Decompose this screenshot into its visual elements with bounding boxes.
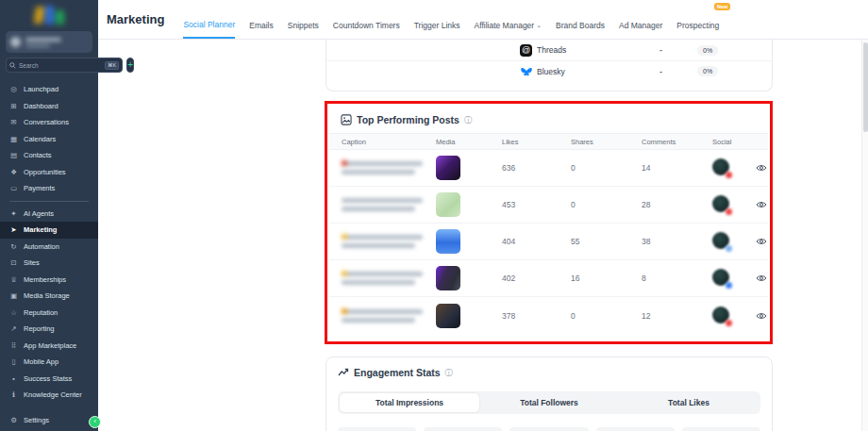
tab-ad-manager[interactable]: Ad Manager bbox=[619, 0, 662, 39]
logo-shape bbox=[33, 7, 44, 24]
threads-icon: @ bbox=[520, 44, 532, 57]
eye-icon bbox=[756, 310, 767, 322]
sidebar-item-label: Payments bbox=[24, 184, 55, 192]
view-post-button[interactable] bbox=[756, 273, 768, 284]
sidebar: ⌘K + ◎ Launchpad ⊞ Dashboard ✉ Conversat… bbox=[0, 0, 98, 431]
success-stats-icon: ▪ bbox=[9, 374, 18, 383]
sidebar-item-label: App Marketplace bbox=[24, 341, 76, 350]
post-media-thumbnail[interactable] bbox=[436, 229, 460, 254]
tab-social-planner[interactable]: Social Planner bbox=[183, 0, 235, 39]
sidebar-item-label: Contacts bbox=[24, 151, 52, 159]
page-title: Marketing bbox=[107, 12, 164, 26]
sidebar-item-reporting[interactable]: ↗ Reporting bbox=[0, 321, 98, 338]
view-post-button[interactable] bbox=[756, 162, 768, 174]
sidebar-item-dashboard[interactable]: ⊞ Dashboard bbox=[0, 98, 98, 115]
sidebar-item-media-storage[interactable]: ▣ Media Storage bbox=[0, 288, 98, 305]
search-input[interactable] bbox=[19, 62, 102, 69]
sidebar-item-success-statss[interactable]: ▪ Success Statss bbox=[0, 371, 98, 388]
view-post-button[interactable] bbox=[756, 236, 768, 247]
sidebar-item-label: AI Agents bbox=[24, 209, 54, 218]
top-header: Marketing Social Planner Emails Snippets… bbox=[98, 0, 868, 40]
likes-value: 378 bbox=[502, 311, 571, 321]
tab-trigger-links[interactable]: Trigger Links bbox=[414, 0, 460, 39]
sidebar-item-label: Automation bbox=[24, 242, 59, 251]
sites-icon: ⊡ bbox=[9, 258, 18, 267]
platform-stats-card: @ Threads - 0% Bluesky - 0% bbox=[326, 40, 773, 91]
account-avatar bbox=[10, 37, 21, 47]
tab-snippets[interactable]: Snippets bbox=[288, 0, 319, 39]
highlight-rectangle: Top Performing Posts ⓘ Caption Media Lik… bbox=[325, 101, 773, 344]
info-icon[interactable]: ⓘ bbox=[464, 115, 472, 125]
shares-value: 0 bbox=[571, 200, 642, 209]
tab-total-followers[interactable]: Total Followers bbox=[479, 393, 619, 412]
view-post-button[interactable] bbox=[756, 310, 768, 322]
sidebar-item-payments[interactable]: ▭ Payments bbox=[0, 180, 98, 197]
sidebar-item-label: Knowledge Center bbox=[24, 390, 82, 399]
post-media-thumbnail[interactable] bbox=[436, 192, 460, 217]
column-header-media: Media bbox=[436, 138, 502, 146]
post-caption-blurred bbox=[342, 161, 436, 174]
likes-value: 453 bbox=[502, 200, 571, 209]
tab-affiliate-manager[interactable]: Affiliate Manager ⌄ bbox=[475, 0, 542, 39]
view-post-button[interactable] bbox=[756, 199, 768, 210]
sidebar-search[interactable]: ⌘K bbox=[6, 58, 123, 73]
sidebar-item-contacts[interactable]: ▤ Contacts bbox=[0, 147, 98, 164]
post-caption-blurred bbox=[342, 198, 436, 211]
quick-add-button[interactable]: + bbox=[126, 58, 134, 73]
sidebar-item-memberships[interactable]: ♕ Memberships bbox=[0, 272, 98, 289]
account-switcher[interactable] bbox=[6, 31, 92, 53]
platform-value: - bbox=[659, 67, 697, 76]
tab-brand-boards[interactable]: Brand Boards bbox=[556, 0, 605, 39]
new-badge: New bbox=[714, 3, 730, 10]
social-account-avatar bbox=[712, 307, 731, 325]
contacts-icon: ▤ bbox=[9, 151, 18, 159]
sidebar-item-launchpad[interactable]: ◎ Launchpad bbox=[0, 81, 98, 98]
memberships-icon: ♕ bbox=[9, 275, 18, 284]
chevron-down-icon: ⌄ bbox=[536, 22, 542, 29]
sidebar-item-conversations[interactable]: ✉ Conversations bbox=[0, 114, 98, 131]
post-media-thumbnail[interactable] bbox=[436, 266, 460, 290]
sidebar-item-label: Reputation bbox=[24, 308, 58, 317]
column-header-shares: Shares bbox=[571, 138, 642, 146]
sidebar-item-marketing[interactable]: ➤ Marketing bbox=[0, 222, 98, 239]
payments-icon: ▭ bbox=[9, 184, 18, 192]
social-platform-badge bbox=[726, 208, 732, 215]
tab-total-impressions[interactable]: Total Impressions bbox=[340, 393, 479, 412]
tab-emails[interactable]: Emails bbox=[249, 0, 274, 39]
card-title: Top Performing Posts bbox=[357, 114, 459, 125]
tab-total-likes[interactable]: Total Likes bbox=[619, 393, 759, 412]
post-media-thumbnail[interactable] bbox=[436, 304, 460, 328]
tab-countdown-timers[interactable]: Countdown Timers bbox=[333, 0, 400, 39]
logo-shape bbox=[45, 6, 54, 25]
vertical-scrollbar[interactable] bbox=[861, 40, 868, 431]
shares-value: 0 bbox=[571, 163, 642, 173]
shares-value: 55 bbox=[571, 237, 642, 246]
sidebar-item-settings[interactable]: ⚙ Settings bbox=[0, 412, 98, 429]
knowledge-center-icon: ℹ bbox=[9, 390, 18, 399]
stat-placeholder bbox=[424, 427, 502, 431]
sidebar-item-calendars[interactable]: ▦ Calendars bbox=[0, 131, 98, 148]
sidebar-item-app-marketplace[interactable]: ⠿ App Marketplace bbox=[0, 338, 98, 355]
launchpad-icon: ◎ bbox=[9, 85, 18, 93]
sidebar-item-knowledge-center[interactable]: ℹ Knowledge Center bbox=[0, 387, 98, 404]
sidebar-collapse-button[interactable]: ‹ bbox=[89, 416, 101, 428]
post-media-thumbnail[interactable] bbox=[436, 156, 460, 180]
stat-placeholder bbox=[338, 427, 416, 431]
info-icon[interactable]: ⓘ bbox=[445, 368, 453, 378]
sidebar-item-automation[interactable]: ↻ Automation bbox=[0, 239, 98, 256]
sidebar-item-reputation[interactable]: ☆ Reputation bbox=[0, 305, 98, 322]
sidebar-item-label: Calendars bbox=[24, 135, 56, 143]
sidebar-item-mobile-app[interactable]: ▯ Mobile App bbox=[0, 354, 98, 371]
stat-placeholder bbox=[596, 427, 675, 431]
shares-value: 0 bbox=[571, 311, 642, 321]
scrollbar-thumb[interactable] bbox=[863, 42, 868, 132]
comments-value: 12 bbox=[642, 311, 712, 321]
marketing-icon: ➤ bbox=[9, 225, 18, 234]
social-account-avatar bbox=[712, 195, 731, 214]
gear-icon: ⚙ bbox=[9, 416, 18, 424]
media-storage-icon: ▣ bbox=[9, 291, 18, 300]
sidebar-item-ai-agents[interactable]: ✦ AI Agents bbox=[0, 206, 98, 223]
tab-prospecting[interactable]: Prospecting New bbox=[676, 0, 719, 39]
sidebar-item-opportunities[interactable]: ❖ Opportunities bbox=[0, 164, 98, 181]
sidebar-item-sites[interactable]: ⊡ Sites bbox=[0, 255, 98, 272]
